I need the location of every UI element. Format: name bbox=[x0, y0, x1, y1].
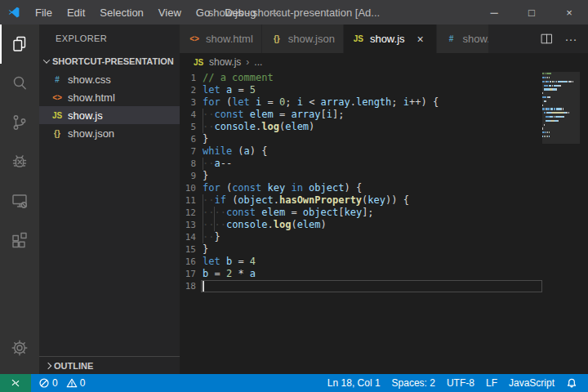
status-notifications[interactable] bbox=[562, 377, 581, 389]
activitybar-explorer[interactable] bbox=[0, 24, 39, 64]
tab-show.json[interactable]: {}show.json bbox=[262, 24, 344, 53]
code-line[interactable]: 6} bbox=[180, 133, 542, 145]
remote-indicator-icon bbox=[9, 376, 22, 390]
activitybar-search[interactable] bbox=[0, 64, 39, 103]
code-line[interactable]: 7while (a) { bbox=[180, 145, 542, 158]
tab-label: show.json bbox=[288, 33, 335, 45]
code-line[interactable]: 17b = 2 * a bbox=[180, 268, 542, 280]
code-line[interactable]: 11··if (object.hasOwnProperty(key)) { bbox=[180, 194, 542, 207]
status-indentation[interactable]: Spaces: 2 bbox=[388, 377, 439, 389]
maximize-button[interactable]: □ bbox=[513, 0, 550, 24]
code-line[interactable]: 2let a = 5 bbox=[180, 84, 542, 96]
status-right: Ln 18, Col 1Spaces: 2UTF-8LFJavaScript bbox=[323, 377, 588, 389]
line-number: 15 bbox=[180, 243, 196, 256]
current-line-highlight bbox=[201, 280, 542, 292]
code-line[interactable]: 16let b = 4 bbox=[180, 256, 542, 268]
split-editor-icon bbox=[540, 32, 554, 46]
indent-guide bbox=[203, 121, 203, 133]
code-line[interactable]: 13····console.log(elem) bbox=[180, 219, 542, 231]
more-actions-button[interactable]: ··· bbox=[560, 32, 581, 46]
code-line[interactable]: 4··const elem = array[i]; bbox=[180, 109, 542, 121]
file-list: #show.css<>show.htmlJSshow.js{}show.json bbox=[39, 70, 180, 142]
source-control-icon bbox=[10, 113, 29, 132]
menu-selection[interactable]: Selection bbox=[92, 0, 150, 24]
minimap[interactable] bbox=[542, 72, 577, 142]
line-number: 10 bbox=[180, 182, 196, 194]
activitybar-settings[interactable] bbox=[0, 328, 39, 368]
encoding-label: UTF-8 bbox=[447, 377, 474, 389]
menu-view[interactable]: View bbox=[151, 0, 189, 24]
text-cursor bbox=[203, 281, 204, 292]
folder-name: SHORTCUT-PRESENTATION bbox=[52, 56, 174, 66]
folder-section-header[interactable]: SHORTCUT-PRESENTATION bbox=[39, 52, 180, 70]
code-line[interactable]: 12····const elem = object[key]; bbox=[180, 207, 542, 219]
code-line[interactable]: 5··console.log(elem) bbox=[180, 121, 542, 133]
menu-edit[interactable]: Edit bbox=[60, 0, 92, 24]
status-language-mode[interactable]: JavaScript bbox=[505, 377, 559, 389]
indent-guide bbox=[203, 194, 203, 207]
code-line[interactable]: 10for (const key in object) { bbox=[180, 182, 542, 194]
tab-show.css[interactable]: #show.css bbox=[437, 24, 489, 53]
file-item-show.js[interactable]: JSshow.js bbox=[39, 106, 180, 124]
code-line[interactable]: 9} bbox=[180, 170, 542, 182]
settings-icon bbox=[10, 338, 29, 358]
indent-guide bbox=[214, 219, 215, 231]
status-cursor-position[interactable]: Ln 18, Col 1 bbox=[323, 377, 385, 389]
minimize-button[interactable]: ─ bbox=[475, 0, 513, 24]
warnings-count: 0 bbox=[80, 377, 86, 389]
indent-guide bbox=[203, 158, 203, 170]
cursor-position-label: Ln 18, Col 1 bbox=[327, 377, 381, 389]
close-button[interactable]: × bbox=[550, 0, 588, 24]
line-number: 2 bbox=[180, 84, 196, 96]
indent-guide bbox=[214, 207, 215, 219]
split-editor-button[interactable] bbox=[536, 32, 557, 46]
window-controls: ─□× bbox=[475, 0, 588, 24]
status-encoding[interactable]: UTF-8 bbox=[443, 377, 479, 389]
code-line[interactable]: 3for (let i = 0; i < array.length; i++) … bbox=[180, 96, 542, 109]
activity-bar bbox=[0, 24, 39, 374]
outline-section-header[interactable]: OUTLINE bbox=[39, 356, 180, 374]
status-warnings[interactable]: 0 bbox=[62, 377, 90, 389]
line-number: 18 bbox=[180, 280, 196, 292]
bell-icon-icon bbox=[566, 377, 577, 389]
activitybar-debug[interactable] bbox=[0, 142, 39, 181]
code-line[interactable]: 8··a-- bbox=[180, 158, 542, 170]
remote-indicator[interactable] bbox=[0, 374, 31, 392]
tab-show.js[interactable]: JSshow.js× bbox=[344, 24, 437, 53]
file-item-show.json[interactable]: {}show.json bbox=[39, 124, 180, 142]
tab-label: show.js bbox=[370, 33, 405, 45]
activitybar-extensions[interactable] bbox=[0, 220, 39, 260]
file-item-show.html[interactable]: <>show.html bbox=[39, 88, 180, 106]
line-number: 14 bbox=[180, 231, 196, 243]
file-item-show.css[interactable]: #show.css bbox=[39, 70, 180, 88]
breadcrumb-separator: › bbox=[246, 56, 249, 68]
menu-file[interactable]: File bbox=[28, 0, 60, 24]
vscode-logo-icon bbox=[7, 5, 21, 20]
line-number: 17 bbox=[180, 268, 196, 280]
minimap-slider[interactable] bbox=[542, 72, 580, 144]
code-line[interactable]: 1// a comment bbox=[180, 72, 542, 84]
line-number: 13 bbox=[180, 219, 196, 231]
errors-icon-icon bbox=[38, 377, 50, 389]
code-editor[interactable]: 1// a comment2let a = 53for (let i = 0; … bbox=[180, 71, 588, 374]
line-number: 5 bbox=[180, 121, 196, 133]
eol-label: LF bbox=[486, 377, 497, 389]
status-eol[interactable]: LF bbox=[482, 377, 501, 389]
status-errors[interactable]: 0 bbox=[34, 377, 62, 389]
explorer-sidebar: EXPLORER SHORTCUT-PRESENTATION #show.css… bbox=[39, 24, 180, 374]
code-line[interactable]: 18 bbox=[180, 280, 542, 292]
warnings-icon-icon bbox=[66, 377, 78, 389]
workbench: EXPLORER SHORTCUT-PRESENTATION #show.css… bbox=[0, 24, 588, 374]
activitybar-source-control[interactable] bbox=[0, 103, 39, 142]
breadcrumb-more[interactable]: ... bbox=[254, 56, 262, 68]
editor-actions: ··· bbox=[536, 24, 588, 53]
code-line[interactable]: 15} bbox=[180, 243, 542, 256]
activitybar-remote-explorer[interactable] bbox=[0, 181, 39, 220]
file-label: show.json bbox=[68, 127, 114, 140]
line-number: 6 bbox=[180, 133, 196, 145]
breadcrumb-file[interactable]: show.js bbox=[209, 56, 241, 68]
close-icon[interactable]: × bbox=[413, 33, 428, 46]
window-title: show.js - shortcut-presentation [Ad... bbox=[208, 7, 380, 19]
tab-show.html[interactable]: <>show.html bbox=[180, 24, 262, 53]
code-line[interactable]: 14··} bbox=[180, 231, 542, 243]
